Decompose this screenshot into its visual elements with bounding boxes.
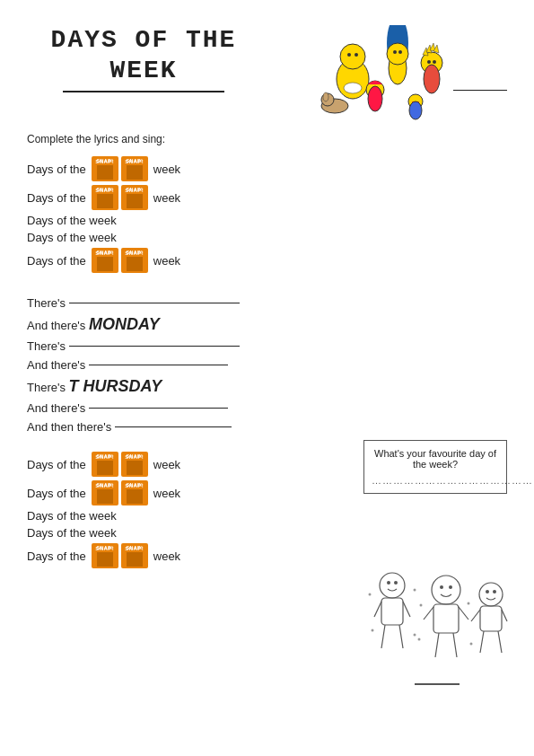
and-theres-row-2: And there's xyxy=(27,358,507,372)
svg-point-22 xyxy=(323,92,328,101)
week-text-b2: week xyxy=(153,487,180,500)
fill-line-1 xyxy=(69,303,240,303)
snap-pair-1: SNAP! SNAP! xyxy=(92,156,148,181)
svg-line-33 xyxy=(399,625,403,648)
week-text-2: week xyxy=(153,191,180,205)
snap-pair-2: SNAP! SNAP! xyxy=(92,185,148,210)
snap-icon-b5a: SNAP! xyxy=(92,543,118,568)
svg-point-15 xyxy=(427,60,431,64)
lyric-row-2: Days of the SNAP! SNAP! week xyxy=(27,185,507,210)
monday-text: MONDAY xyxy=(89,315,160,333)
lyric-text-b4: Days of the week xyxy=(27,526,117,540)
fill-section: There's And there's MONDAY There's And t… xyxy=(27,296,507,434)
lyric-row-5: Days of the SNAP! SNAP! week xyxy=(27,248,507,273)
title-block: DAYS OF THE WEEK xyxy=(27,25,260,92)
fill-line-3 xyxy=(89,365,228,365)
svg-point-46 xyxy=(479,583,503,606)
snap-icon-b1b: SNAP! xyxy=(121,452,148,477)
snap-inner-b5a xyxy=(97,552,113,567)
snap-inner-5a xyxy=(97,257,113,271)
svg-point-34 xyxy=(369,593,372,596)
lyric-row-b4: Days of the week xyxy=(27,526,507,540)
snap-icon-2b: SNAP! xyxy=(121,185,148,210)
svg-point-28 xyxy=(394,581,398,585)
svg-line-51 xyxy=(502,610,507,621)
snap-inner-1a xyxy=(97,165,113,180)
svg-point-57 xyxy=(470,643,473,646)
title-underline xyxy=(63,91,224,92)
theres-thursday-row: There's T HURSDAY xyxy=(27,377,507,396)
snap-icon-b2a: SNAP! xyxy=(92,480,118,505)
snap-icon-b5b: SNAP! xyxy=(121,543,148,568)
lyric-text-3: Days of the week xyxy=(27,214,117,227)
snap-pair-5: SNAP! SNAP! xyxy=(92,248,148,273)
svg-point-4 xyxy=(355,53,358,57)
svg-point-55 xyxy=(468,602,470,605)
week-text-5: week xyxy=(153,254,180,268)
svg-line-52 xyxy=(480,631,484,653)
snap-inner-b2a xyxy=(97,489,113,504)
lyric-row-4: Days of the week xyxy=(27,231,507,244)
svg-point-39 xyxy=(440,585,443,589)
snap-inner-b1b xyxy=(127,461,143,475)
snap-pair-b1: SNAP! SNAP! xyxy=(92,452,148,477)
svg-point-36 xyxy=(372,629,374,632)
instruction-text: Complete the lyrics and sing: xyxy=(27,133,507,145)
svg-point-25 xyxy=(409,101,422,119)
svg-line-43 xyxy=(459,607,468,620)
theres-label-1: There's xyxy=(27,296,66,310)
snap-icon-1b: SNAP! xyxy=(121,156,148,181)
svg-point-16 xyxy=(433,60,436,64)
svg-line-31 xyxy=(403,602,410,617)
lyric-text-4: Days of the week xyxy=(27,231,117,244)
svg-point-7 xyxy=(387,43,408,65)
callout-dots: ………………………………………… xyxy=(372,475,499,486)
svg-line-53 xyxy=(498,631,502,653)
fill-line-2 xyxy=(69,346,240,347)
lyric-text-1: Days of the xyxy=(27,163,86,176)
svg-rect-49 xyxy=(480,606,502,631)
and-theres-label-1: And there's MONDAY xyxy=(27,315,160,334)
snap-pair-b5: SNAP! SNAP! xyxy=(92,543,148,568)
svg-point-35 xyxy=(414,589,416,592)
snap-inner-1b xyxy=(127,165,143,180)
theres-label-2: There's xyxy=(27,339,66,353)
snap-pair-b2: SNAP! SNAP! xyxy=(92,480,148,505)
svg-point-26 xyxy=(380,573,405,598)
svg-point-56 xyxy=(418,638,421,641)
title-line2: WEEK xyxy=(27,56,260,86)
svg-point-40 xyxy=(449,585,452,589)
snap-inner-2b xyxy=(127,194,143,208)
header-area: DAYS OF THE WEEK xyxy=(27,25,507,124)
snap-inner-b1a xyxy=(97,461,113,475)
svg-rect-41 xyxy=(433,604,459,633)
lyric-row-3: Days of the week xyxy=(27,214,507,227)
snap-inner-5b xyxy=(127,257,143,271)
lyric-text-2: Days of the xyxy=(27,191,86,205)
lyric-text-b5: Days of the xyxy=(27,549,86,563)
snap-icon-b1a: SNAP! xyxy=(92,452,118,477)
snap-icon-5a: SNAP! xyxy=(92,248,118,273)
theres-label-3: There's T HURSDAY xyxy=(27,377,162,396)
svg-point-1 xyxy=(340,44,365,69)
svg-line-32 xyxy=(381,625,385,648)
week-text-b5: week xyxy=(153,549,180,563)
and-then-theres-label: And then there's xyxy=(27,420,111,434)
theres-row-1: There's xyxy=(27,296,507,310)
fill-line-5 xyxy=(115,426,232,427)
snap-icon-5b: SNAP! xyxy=(121,248,148,273)
svg-line-42 xyxy=(424,607,433,620)
fill-line-4 xyxy=(89,408,228,409)
and-theres-label-2: And there's xyxy=(27,358,85,372)
svg-rect-29 xyxy=(381,598,403,625)
lyrics-top-section: Days of the SNAP! SNAP! week Days of the… xyxy=(27,156,507,273)
lyric-text-5: Days of the xyxy=(27,254,86,268)
and-theres-row-3: And there's xyxy=(27,401,507,415)
snap-inner-2a xyxy=(97,194,113,208)
svg-point-38 xyxy=(432,576,460,604)
dot-to-dot-svg xyxy=(365,567,509,702)
svg-point-47 xyxy=(486,590,489,593)
thursday-text: T HURSDAY xyxy=(69,377,162,395)
lyric-text-b2: Days of the xyxy=(27,487,86,500)
snap-icon-2a: SNAP! xyxy=(92,185,118,210)
